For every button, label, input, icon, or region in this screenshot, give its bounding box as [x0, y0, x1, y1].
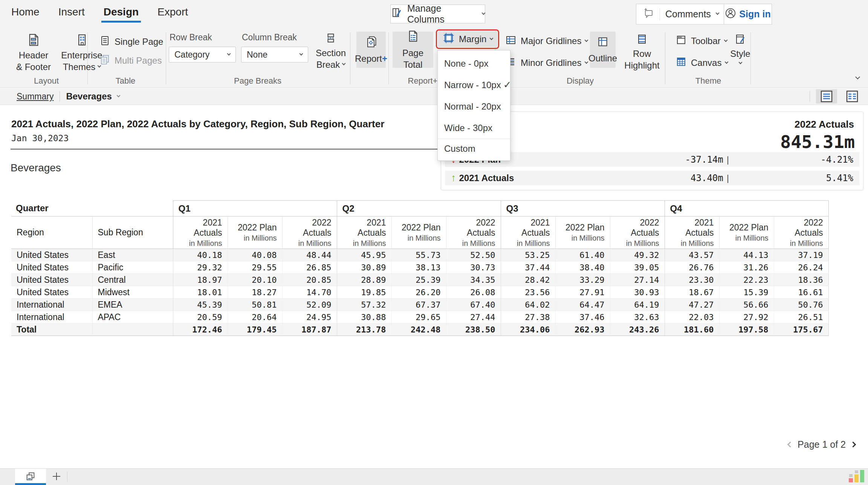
measure-header: 2022 Planin Millions — [391, 217, 446, 249]
page-tab-active[interactable] — [15, 469, 46, 483]
tab-export[interactable]: Export — [157, 6, 188, 22]
tab-home[interactable]: Home — [11, 6, 40, 22]
value-cell: 22.23 — [719, 274, 774, 286]
value-cell: 27.92 — [719, 311, 774, 323]
region-cell: United States — [11, 249, 92, 261]
measure-header: 2022 Planin Millions — [228, 217, 282, 249]
measure-header: 2021 Actualsin Millions — [501, 217, 555, 249]
breadcrumb-current[interactable]: Beverages — [66, 91, 112, 102]
header-footer-label2: & Footer — [16, 61, 51, 73]
value-cell: 29.32 — [173, 261, 228, 274]
single-column-view-button[interactable] — [816, 89, 837, 104]
margin-menu-item[interactable]: Wide - 30px — [438, 117, 510, 139]
region-header: Region — [11, 217, 92, 249]
total-value-cell: 243.26 — [610, 323, 665, 336]
column-break-select[interactable]: None — [241, 47, 308, 63]
value-cell: 27.44 — [446, 311, 501, 323]
measure-header: 2022 Actualsin Millions — [446, 217, 501, 249]
header-footer-icon — [27, 33, 40, 49]
enterprise-themes-label: Enterprise — [61, 49, 102, 61]
tab-insert[interactable]: Insert — [58, 6, 85, 22]
report-plus-button[interactable]: Report+ — [356, 32, 386, 68]
value-cell: 27.91 — [555, 286, 610, 299]
divider — [166, 32, 166, 84]
chevron-down-icon — [482, 11, 486, 15]
value-cell: 30.88 — [337, 311, 391, 323]
comment-add-icon — [642, 7, 654, 21]
value-cell: 56.66 — [719, 299, 774, 311]
value-cell: 64.02 — [501, 299, 555, 311]
value-cell: 30.93 — [610, 286, 665, 299]
row-break-value: Category — [174, 50, 209, 60]
collapse-ribbon-chevron[interactable] — [855, 75, 860, 79]
value-cell: 26.76 — [665, 261, 719, 274]
single-page-label: Single Page — [115, 37, 163, 47]
kpi-row-value: -37.14m — [685, 154, 723, 165]
canvas-button[interactable]: Canvas — [675, 56, 728, 70]
ribbon: Home Insert Design Export Manage Columns… — [0, 0, 868, 88]
section-break-label2: Break — [316, 59, 345, 70]
add-page-tab-button[interactable] — [46, 469, 67, 483]
value-cell: 23.30 — [665, 274, 719, 286]
margin-icon — [442, 32, 455, 47]
margin-button[interactable]: Margin — [438, 31, 497, 47]
style-button[interactable]: Style — [726, 33, 754, 64]
previous-page-chevron[interactable] — [787, 442, 793, 448]
measure-header: 2021 Actualsin Millions — [173, 217, 228, 249]
margin-menu-item[interactable]: Normal - 20px — [438, 96, 510, 117]
margin-menu-item[interactable]: Narrow - 10px✓ — [438, 74, 510, 96]
single-page-button[interactable]: Single Page — [99, 35, 163, 49]
total-empty-cell — [92, 323, 173, 336]
group-label-display: Display — [567, 76, 594, 86]
total-value-cell: 181.60 — [665, 323, 719, 336]
value-cell: 20.64 — [228, 311, 282, 323]
section-break-button[interactable]: Section Break — [312, 32, 350, 70]
pages-icon — [25, 471, 36, 482]
outline-label: Outline — [588, 52, 617, 64]
section-title: Beverages — [11, 162, 61, 174]
pagination: Page 1 of 2 — [788, 439, 855, 450]
total-value-cell: 242.48 — [391, 323, 446, 336]
report-canvas: 2021 Actuals, 2022 Plan, 2022 Actuals by… — [0, 105, 868, 468]
row-break-select[interactable]: Category — [169, 47, 236, 63]
canvas-icon — [675, 56, 687, 70]
value-cell: 45.95 — [337, 249, 391, 261]
margin-menu-item[interactable]: Custom — [438, 139, 510, 158]
value-cell: 26.85 — [282, 261, 337, 274]
value-cell: 16.61 — [774, 286, 828, 299]
table-row: United StatesCentral18.9720.1020.8528.89… — [11, 274, 828, 286]
major-gridlines-button[interactable]: Major Gridlines — [505, 34, 588, 48]
sign-in-button[interactable]: Sign in — [724, 4, 772, 24]
next-page-chevron[interactable] — [850, 442, 856, 448]
comments-button[interactable]: Comments — [636, 4, 725, 24]
divider — [60, 91, 60, 102]
value-cell: 29.65 — [391, 311, 446, 323]
margin-menu-item[interactable]: None - 0px — [438, 53, 510, 74]
value-cell: 38.40 — [555, 261, 610, 274]
column-break-label: Column Break — [242, 32, 297, 43]
measure-header: 2022 Planin Millions — [719, 217, 774, 249]
outline-button[interactable]: Outline — [590, 32, 616, 68]
measure-header: 2022 Actualsin Millions — [774, 217, 828, 249]
two-column-view-button[interactable] — [842, 89, 863, 104]
major-gridlines-label: Major Gridlines — [521, 36, 581, 46]
pivot-table: QuarterQ1Q2Q3Q4RegionSub Region2021 Actu… — [11, 200, 829, 336]
row-highlight-button[interactable]: Row Highlight — [621, 33, 663, 71]
measure-header: 2022 Planin Millions — [555, 217, 610, 249]
value-cell: 47.27 — [665, 299, 719, 311]
minor-gridlines-button[interactable]: Minor Gridlines — [505, 56, 588, 70]
chevron-down-icon — [585, 38, 588, 42]
toolbar-button[interactable]: Toolbar — [675, 34, 727, 48]
value-cell: 52.09 — [282, 299, 337, 311]
plus-icon — [51, 471, 62, 482]
header-footer-button[interactable]: Header & Footer — [11, 33, 57, 73]
region-cell: International — [11, 311, 92, 323]
page-total-button[interactable]: Page Total — [393, 32, 433, 68]
toolbar-icon — [675, 34, 687, 48]
breadcrumb-summary-link[interactable]: Summary — [17, 92, 53, 102]
value-cell: 64.19 — [610, 299, 665, 311]
manage-columns-button[interactable]: Manage Columns — [390, 5, 485, 23]
chevron-down-icon[interactable] — [116, 93, 120, 97]
measure-header: 2022 Actualsin Millions — [610, 217, 665, 249]
tab-design[interactable]: Design — [104, 6, 139, 22]
